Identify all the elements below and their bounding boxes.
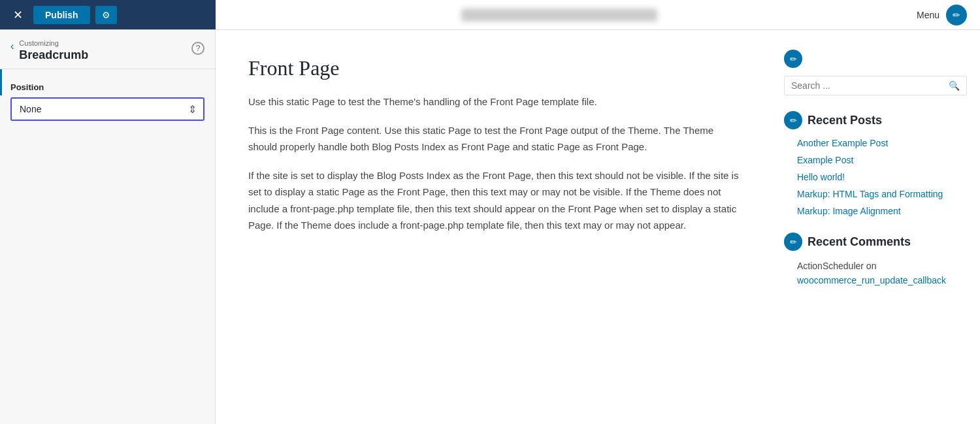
recent-posts-list: Another Example Post Example Post Hello …	[784, 137, 967, 217]
list-item: Markup: HTML Tags and Formatting	[797, 188, 967, 200]
recent-comments-title: Recent Comments	[808, 235, 911, 249]
post-link-3[interactable]: Hello world!	[797, 172, 845, 182]
search-widget: ✏ 🔍	[784, 50, 967, 95]
post-link-5[interactable]: Markup: Image Alignment	[797, 206, 901, 216]
list-item: Example Post	[797, 154, 967, 166]
recent-comments-widget: ✏ Recent Comments ActionScheduler on woo…	[784, 233, 967, 288]
recent-posts-widget: ✏ Recent Posts Another Example Post Exam…	[784, 111, 967, 217]
help-icon[interactable]: ?	[191, 42, 204, 55]
paragraph-1: Use this static Page to test the Theme's…	[248, 93, 745, 110]
preview-area: Front Page Use this static Page to test …	[216, 30, 980, 424]
publish-button[interactable]: Publish	[33, 6, 90, 24]
post-link-2[interactable]: Example Post	[797, 155, 853, 165]
page-title: Front Page	[248, 56, 745, 80]
top-bar: ✕ Publish ⚙ Menu ✏	[0, 0, 980, 30]
position-select-wrapper: None Above Post Title Below Post Title ⇕	[10, 97, 204, 121]
back-arrow[interactable]: ‹	[10, 41, 14, 52]
position-label: Position	[10, 82, 204, 92]
search-icon[interactable]: 🔍	[949, 80, 960, 91]
main-content: Front Page Use this static Page to test …	[229, 43, 764, 411]
close-button[interactable]: ✕	[8, 5, 28, 25]
recent-comments-text: ActionScheduler on woocommerce_run_updat…	[784, 259, 967, 288]
paragraph-3: If the site is set to display the Blog P…	[248, 167, 745, 234]
sidebar-header: ‹ Customizing Breadcrumb ?	[0, 30, 215, 69]
page-body: Use this static Page to test the Theme's…	[248, 93, 745, 234]
post-link-1[interactable]: Another Example Post	[797, 138, 888, 148]
customizer-sidebar: ‹ Customizing Breadcrumb ? Position None…	[0, 30, 216, 424]
recent-posts-widget-icon: ✏	[784, 111, 802, 129]
list-item: Another Example Post	[797, 137, 967, 149]
sidebar-content: Position None Above Post Title Below Pos…	[0, 69, 215, 134]
recent-posts-header: ✏ Recent Posts	[784, 111, 967, 129]
comment-author: ActionScheduler on	[797, 261, 876, 271]
list-item: Markup: Image Alignment	[797, 205, 967, 217]
sidebar-header-left: ‹ Customizing Breadcrumb	[10, 39, 88, 62]
section-title: Breadcrumb	[19, 48, 88, 62]
site-title-blurred	[461, 8, 657, 22]
edit-icon-circle[interactable]: ✏	[946, 5, 967, 25]
top-bar-left: ✕ Publish ⚙	[0, 0, 216, 29]
search-input[interactable]	[791, 80, 943, 91]
recent-comments-header: ✏ Recent Comments	[784, 233, 967, 251]
recent-comments-widget-icon: ✏	[784, 233, 802, 251]
menu-link[interactable]: Menu	[917, 10, 939, 20]
gear-button[interactable]: ⚙	[95, 6, 117, 24]
search-widget-icon: ✏	[784, 50, 802, 68]
paragraph-2: This is the Front Page content. Use this…	[248, 122, 745, 155]
post-link-4[interactable]: Markup: HTML Tags and Formatting	[797, 189, 943, 199]
recent-posts-title: Recent Posts	[808, 114, 882, 127]
search-widget-header: ✏	[784, 50, 967, 68]
list-item: Hello world!	[797, 171, 967, 183]
customizing-label: Customizing	[19, 39, 88, 47]
widget-sidebar: ✏ 🔍 ✏ Recent Posts Another Example Post	[784, 43, 967, 411]
main-area: ‹ Customizing Breadcrumb ? Position None…	[0, 30, 980, 424]
sidebar-title-group: Customizing Breadcrumb	[19, 39, 88, 62]
search-box: 🔍	[784, 76, 967, 95]
top-bar-right: Menu ✏	[904, 5, 980, 25]
comment-link[interactable]: woocommerce_run_update_callback	[797, 275, 946, 285]
site-title-area	[216, 8, 904, 22]
position-select[interactable]: None Above Post Title Below Post Title	[12, 99, 203, 120]
preview-content: Front Page Use this static Page to test …	[216, 30, 980, 424]
